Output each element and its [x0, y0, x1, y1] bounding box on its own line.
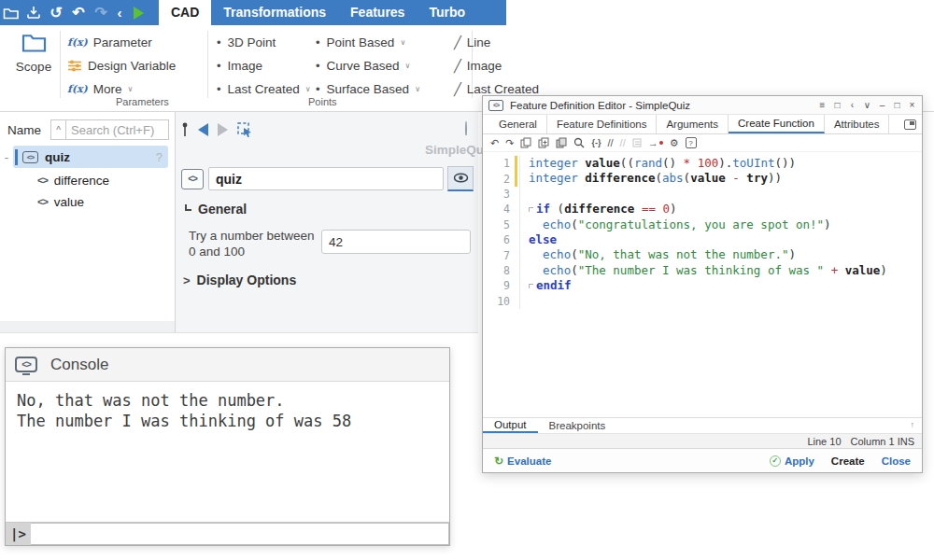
line-image-button[interactable]: ╱ Image: [454, 54, 502, 77]
curve-based-button[interactable]: • Curve Based ∨: [316, 54, 410, 77]
editor-title: Feature Definition Editor - SimpleQuiz: [510, 100, 690, 111]
comment-icon[interactable]: //: [607, 137, 613, 148]
indent-icon[interactable]: [632, 138, 642, 147]
evaluate-button[interactable]: ↻ Evaluate: [494, 455, 551, 468]
history-icon[interactable]: ↺: [45, 0, 67, 25]
feature-definition-editor-window: <> Feature Definition Editor - SimpleQui…: [482, 95, 923, 473]
line-button[interactable]: ╱ Line: [454, 31, 490, 53]
point-image-button[interactable]: • Image: [217, 54, 262, 77]
code-line[interactable]: 7 echo("No, that was not the number."): [483, 247, 922, 262]
sort-button[interactable]: ^: [50, 119, 66, 140]
close-button[interactable]: Close: [882, 455, 911, 467]
search-input[interactable]: [66, 119, 169, 140]
float-icon[interactable]: □: [831, 99, 843, 112]
tree-row-value[interactable]: <> value: [37, 190, 84, 213]
design-variable-button[interactable]: Design Variable: [67, 54, 176, 77]
braces-icon[interactable]: {-}: [591, 138, 601, 147]
more-label: More: [93, 82, 122, 96]
back-chevron-icon[interactable]: ‹: [112, 0, 127, 25]
code-line[interactable]: 6else: [483, 232, 922, 247]
parameter-label: Parameter: [93, 35, 152, 49]
help-icon[interactable]: ?: [156, 150, 163, 164]
refresh-icon[interactable]: [465, 121, 474, 135]
prev-icon[interactable]: ‹: [846, 99, 858, 112]
visibility-toggle[interactable]: [447, 166, 474, 191]
tab-attributes[interactable]: Attributes: [825, 115, 890, 133]
code-line[interactable]: 10: [483, 294, 922, 309]
display-options-section-header[interactable]: > Display Options: [183, 273, 296, 287]
editor-bottom-tabs: Output Breakpoints ↑: [483, 417, 922, 433]
gear-icon[interactable]: ⚙: [670, 137, 679, 149]
copy-icon[interactable]: [520, 137, 531, 148]
paste-icon[interactable]: [556, 137, 567, 148]
maximize-icon[interactable]: □: [891, 99, 903, 112]
surface-based-label: Surface Based: [327, 82, 410, 96]
point-based-label: Point Based: [327, 35, 395, 49]
create-button[interactable]: Create: [831, 455, 865, 467]
tab-turbo[interactable]: Turbo: [417, 0, 477, 25]
minimize-icon[interactable]: –: [876, 99, 888, 112]
forward-button[interactable]: [218, 123, 228, 136]
tree-row-difference[interactable]: <> difference: [37, 169, 109, 191]
tab-feature-definitions[interactable]: Feature Definitions: [547, 115, 658, 133]
ribbon-separator: [207, 31, 208, 98]
expand-panel-icon[interactable]: ↑: [911, 420, 915, 429]
uncomment-icon[interactable]: //: [620, 137, 626, 148]
copy-add-icon[interactable]: [538, 137, 549, 148]
redo-icon[interactable]: ↷: [90, 0, 112, 25]
save-icon[interactable]: [22, 0, 45, 25]
line-icon: ╱: [454, 59, 461, 73]
tab-breakpoints[interactable]: Breakpoints: [538, 418, 617, 433]
code-text: integer value((rand() * 100).toUInt()): [519, 156, 922, 171]
code-line[interactable]: 1integer value((rand() * 100).toUInt()): [483, 156, 922, 171]
pin-icon[interactable]: [181, 122, 189, 137]
undo-icon[interactable]: ↶: [490, 137, 499, 149]
tab-cad[interactable]: CAD: [159, 0, 211, 25]
run-to-cursor-icon[interactable]: →: [648, 137, 663, 148]
prompt-symbol: |>: [6, 523, 31, 545]
back-button[interactable]: [198, 123, 208, 136]
tab-general[interactable]: General: [488, 115, 547, 133]
search-icon[interactable]: [573, 137, 585, 148]
close-icon[interactable]: ×: [906, 99, 918, 112]
code-editor[interactable]: 1integer value((rand() * 100).toUInt())2…: [483, 152, 922, 417]
tab-transformations[interactable]: Transformations: [211, 0, 338, 25]
tree-row-quiz[interactable]: - <> quiz ?: [0, 146, 176, 168]
run-icon[interactable]: [127, 0, 149, 25]
point-based-button[interactable]: • Point Based ∨: [316, 31, 405, 53]
point-3d-button[interactable]: • 3D Point: [217, 31, 276, 53]
tab-features[interactable]: Features: [338, 0, 417, 25]
help-icon[interactable]: ?: [686, 137, 697, 148]
code-line[interactable]: 2integer difference(abs(value - try)): [483, 171, 922, 186]
apply-button[interactable]: ✓ Apply: [770, 455, 814, 467]
fold-marker-icon[interactable]: [529, 207, 533, 212]
general-section-header[interactable]: General: [185, 202, 247, 217]
scope-button[interactable]: Scope: [9, 33, 58, 74]
code-line[interactable]: 4if (difference == 0): [483, 202, 922, 217]
expand-icon[interactable]: ∨: [861, 99, 873, 112]
undo-icon[interactable]: ↶: [67, 0, 90, 25]
open-folder-icon[interactable]: [0, 0, 22, 25]
guess-number-input[interactable]: [322, 231, 494, 253]
point-last-created-button[interactable]: • Last Created ∨: [217, 77, 311, 100]
pick-icon[interactable]: [237, 122, 253, 138]
fold-marker-icon[interactable]: [529, 284, 533, 288]
pin-panel-icon[interactable]: [904, 119, 916, 130]
collapse-toggle-icon[interactable]: -: [0, 150, 13, 164]
code-line[interactable]: 3: [483, 187, 922, 202]
redo-icon[interactable]: ↷: [505, 137, 514, 149]
code-line[interactable]: 8 echo("The number I was thinking of was…: [483, 263, 922, 278]
code-line[interactable]: 5 echo("congratulations, you are spot on…: [483, 217, 922, 232]
tab-create-function[interactable]: Create Function: [729, 115, 825, 133]
tab-output[interactable]: Output: [483, 418, 538, 433]
feature-name-input[interactable]: [208, 167, 444, 190]
tab-arguments[interactable]: Arguments: [657, 115, 729, 133]
collapsed-chevron-icon: >: [183, 273, 191, 287]
console-header[interactable]: <> Console: [6, 348, 449, 382]
shade-icon[interactable]: ≡: [816, 99, 828, 112]
parameter-button[interactable]: f(x) Parameter: [67, 31, 152, 53]
console-prompt-row: |>: [6, 522, 449, 545]
console-command-input[interactable]: [31, 523, 449, 545]
editor-titlebar[interactable]: <> Feature Definition Editor - SimpleQui…: [483, 96, 922, 115]
code-line[interactable]: 9endif: [483, 278, 922, 293]
